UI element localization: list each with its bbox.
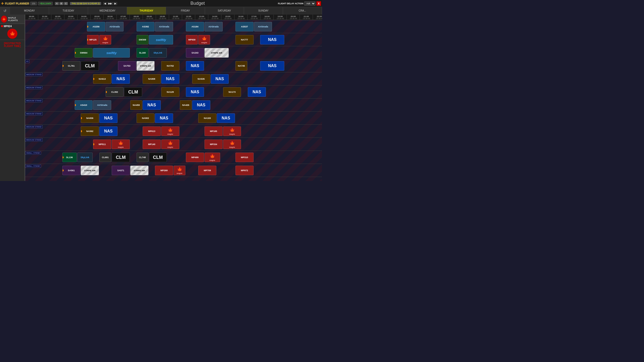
badge-a[interactable]: A <box>55 2 59 5</box>
flight-block-STRIPE AIR3[interactable]: STRIPE AIR <box>81 166 99 175</box>
flight-block-MP125[interactable]: MP125 <box>87 35 99 44</box>
sidebar-flight-item[interactable]: MP824 🍁 <box>0 24 25 40</box>
flight-block-NAS_9[interactable]: NAS <box>143 100 161 110</box>
tab-sunday[interactable]: SUNDAY <box>244 7 283 15</box>
flight-block-STRIPE AIR2[interactable]: STRIPE AIR <box>137 61 155 71</box>
flight-block-NA459[interactable]: NA459 <box>130 100 142 110</box>
tab-friday[interactable]: FRIDAY <box>166 7 205 15</box>
flight-block-NAS_7[interactable]: NAS <box>186 87 204 97</box>
nav-play[interactable]: ▶▶ <box>107 2 113 5</box>
flight-block-MP613[interactable]: MP613 <box>143 126 161 136</box>
flight-block-AirStrada2[interactable]: AirStrada <box>155 22 173 31</box>
flight-block-NAS_4[interactable]: NAS <box>112 74 130 84</box>
tab-tuesday[interactable]: TUESDAY <box>49 7 88 15</box>
flight-block-CLM_2[interactable]: CLM <box>124 87 142 97</box>
flight-block-AirStrada[interactable]: AirStrada <box>106 22 124 31</box>
flight-block-NA592[interactable]: NA592 <box>81 126 99 136</box>
flight-block-AS410[interactable]: AS410 <box>75 100 93 110</box>
delay-select[interactable]: Ask <box>304 2 315 6</box>
flight-block-AirStrada4[interactable]: AirStrada <box>254 22 272 31</box>
flight-block-MP511[interactable]: MP511 <box>93 140 111 149</box>
badge-c[interactable]: C <box>64 2 68 5</box>
flight-block-AirStrada3[interactable]: AirStrada <box>205 22 223 31</box>
flight-block-maple_d1[interactable]: 🍁maple <box>205 153 220 162</box>
flight-block-MP140[interactable]: MP140 <box>143 140 161 149</box>
flight-block-NAS_3[interactable]: NAS <box>260 61 284 71</box>
flight-block-SA571[interactable]: SA571 <box>112 166 130 175</box>
flight-block-SA243[interactable]: SA243 <box>186 48 204 58</box>
flight-block-NAS_10[interactable]: NAS <box>192 100 210 110</box>
tab-thursday[interactable]: THURSDAY <box>127 7 166 15</box>
flight-block-NA535[interactable]: NA535 <box>192 74 210 84</box>
flight-block-AS537[interactable]: AS537 <box>235 22 254 31</box>
flight-block-MP269[interactable]: MP269 <box>155 166 173 175</box>
flight-block-maple_e1[interactable]: 🍁maple <box>174 166 185 175</box>
flight-block-SA561[interactable]: SA561 <box>62 166 80 175</box>
nav-next[interactable]: ▶ <box>113 2 117 5</box>
tab-wednesday[interactable]: WEDNESDAY <box>88 7 127 15</box>
flight-block-STRIPE AIR[interactable]: STRIPE AIR <box>205 48 229 58</box>
flight-block-CLM_4[interactable]: CLM <box>149 153 167 162</box>
flight-block-NA777[interactable]: NA777 <box>235 35 254 44</box>
flight-block-maple_c3[interactable]: 🍁maple <box>223 140 241 149</box>
flight-block-NA129[interactable]: NA129 <box>161 87 179 97</box>
flight-block-NAS_1[interactable]: NAS <box>260 35 284 44</box>
badge-b[interactable]: B <box>59 2 63 5</box>
flight-block-NA183[interactable]: NA183 <box>198 113 216 123</box>
tab-saturday[interactable]: SATURDAY <box>205 7 244 15</box>
flight-block-NA902[interactable]: NA902 <box>137 113 155 123</box>
flight-block-maple_c1[interactable]: 🍁maple <box>112 140 130 149</box>
flight-block-MP334[interactable]: MP334 <box>205 140 223 149</box>
flight-block-NA745[interactable]: NA745 <box>235 61 247 71</box>
flight-block-NAS_11[interactable]: NAS <box>99 113 117 123</box>
flight-block-MP310[interactable]: MP310 <box>235 153 254 162</box>
flight-block-NA702[interactable]: NA702 <box>161 61 179 71</box>
flight-block-AirStrada5[interactable]: AirStrada <box>93 100 111 110</box>
flight-block-maple_a2[interactable]: 🍁maple <box>198 35 210 44</box>
flight-block-NAS_5[interactable]: NAS <box>161 74 179 84</box>
flight-block-NA173[interactable]: NA173 <box>223 87 241 97</box>
refresh-button[interactable]: ↺ <box>0 7 10 15</box>
tab-cra[interactable]: CRA... <box>283 7 322 15</box>
flight-block-MP972[interactable]: MP972 <box>235 166 254 175</box>
flight-block-MP499[interactable]: MP499 <box>186 153 204 162</box>
flight-block-CL691[interactable]: CL691 <box>99 153 111 162</box>
flight-block-SkyLink[interactable]: SkyLink <box>149 48 167 58</box>
flight-block-NAS_12[interactable]: NAS <box>155 113 173 123</box>
flight-block-swiftly_1[interactable]: swiftly <box>149 35 173 44</box>
flight-block-NAS_14[interactable]: NAS <box>99 126 117 136</box>
flight-block-NAS_6[interactable]: NAS <box>211 74 229 84</box>
flight-block-MP930[interactable]: MP930 <box>186 35 198 44</box>
flight-block-maple_b1[interactable]: 🍁maple <box>161 126 179 136</box>
flight-block-NA808[interactable]: NA808 <box>143 74 161 84</box>
flight-block-AS184[interactable]: AS184 <box>186 22 204 31</box>
flight-block-NA836[interactable]: NA836 <box>81 113 99 123</box>
flight-block-SW664[interactable]: SW664 <box>75 48 93 58</box>
flight-block-SL160[interactable]: SL160 <box>137 48 148 58</box>
flight-block-SW309[interactable]: SW309 <box>137 35 148 44</box>
flight-block-MP709[interactable]: MP709 <box>198 166 216 175</box>
close-button[interactable]: X <box>316 1 321 6</box>
flight-block-maple_c2[interactable]: 🍁maple <box>161 140 179 149</box>
flight-block-NAS_8[interactable]: NAS <box>248 87 266 97</box>
nav-prev[interactable]: ◀ <box>103 2 107 5</box>
flight-block-CL392[interactable]: CL392 <box>106 87 124 97</box>
flight-block-AS392[interactable]: AS392 <box>137 22 155 31</box>
tab-monday[interactable]: MONDAY <box>10 7 49 15</box>
flight-block-maple_b2[interactable]: 🍁maple <box>223 126 241 136</box>
flight-block-maple_a1[interactable]: 🍁maple <box>99 35 111 44</box>
flight-block-STRIPE AIR4[interactable]: STRIPE AIR <box>130 166 148 175</box>
flight-block-NAS_2[interactable]: NAS <box>186 61 204 71</box>
flight-block-NAS_13[interactable]: NAS <box>217 113 235 123</box>
flight-block-NA426[interactable]: NA426 <box>180 100 192 110</box>
flight-block-swiftly_2[interactable]: swiftly <box>93 48 130 58</box>
flight-block-SkyLink2[interactable]: SkyLink <box>77 153 93 162</box>
flight-block-AS256[interactable]: AS256 <box>87 22 105 31</box>
flight-block-NA613[interactable]: NA613 <box>93 74 111 84</box>
flight-block-SL136[interactable]: SL136 <box>62 153 77 162</box>
flight-block-CL748[interactable]: CL748 <box>137 153 148 162</box>
flight-block-SA753[interactable]: SA753 <box>118 61 136 71</box>
flight-block-MP165[interactable]: MP165 <box>205 126 223 136</box>
flight-block-CLM_1[interactable]: CLM <box>81 61 99 71</box>
flight-block-CLM_3[interactable]: CLM <box>112 153 130 162</box>
